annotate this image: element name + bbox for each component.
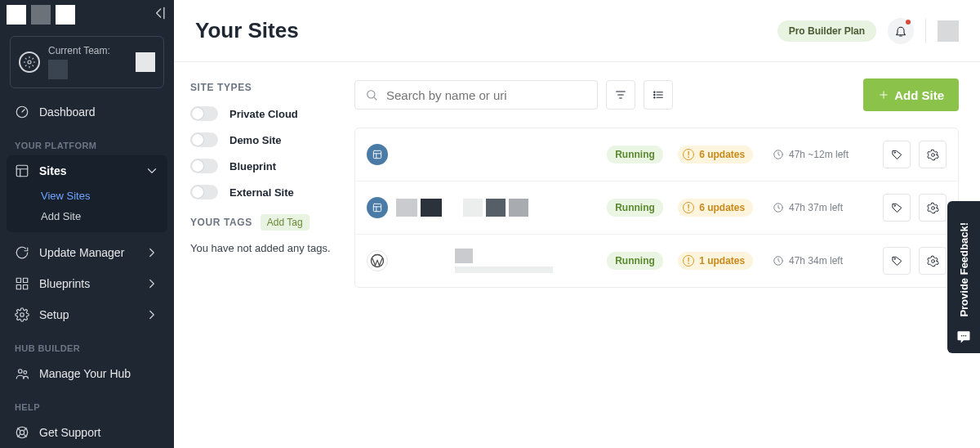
filter-button[interactable] [606, 80, 635, 110]
updates-badge[interactable]: !6 updates [678, 199, 753, 217]
feedback-label: Provide Feedback! [958, 222, 970, 317]
site-type-icon [367, 250, 388, 271]
svg-rect-20 [373, 204, 381, 211]
settings-button[interactable] [919, 141, 947, 168]
clock-icon [773, 202, 784, 213]
sidebar-item-manage-hub[interactable]: Manage Your Hub [0, 358, 174, 389]
sidebar-item-blueprints[interactable]: Blueprints [0, 268, 174, 299]
sidebar-sub-view-sites[interactable]: View Sites [7, 185, 167, 205]
team-switcher[interactable]: Current Team: [10, 36, 164, 88]
site-row[interactable]: Running !6 updates 47h ~12m left [355, 128, 958, 181]
svg-point-13 [654, 92, 655, 92]
bell-icon [894, 25, 907, 38]
site-row[interactable]: Running !6 updates 47h 37m left [355, 181, 958, 235]
updates-badge[interactable]: !1 updates [678, 252, 753, 270]
team-label: Current Team: [48, 45, 110, 56]
site-row[interactable]: Running !1 updates 47h 34m left [355, 235, 958, 287]
filter-icon [614, 88, 627, 101]
main-area: Your Sites Pro Builder Plan SITE TYPES P… [174, 0, 980, 448]
svg-rect-5 [16, 285, 20, 289]
chat-icon [956, 329, 972, 345]
user-avatar[interactable] [938, 20, 959, 42]
sidebar-item-dashboard[interactable]: Dashboard [0, 96, 174, 128]
sidebar-heading-help: HELP [0, 389, 174, 417]
status-badge: Running [607, 199, 663, 217]
status-badge: Running [607, 252, 663, 270]
svg-point-15 [654, 97, 655, 98]
sites-list: Running !6 updates 47h ~12m left [354, 128, 959, 288]
site-type-icon [367, 197, 388, 218]
tag-button[interactable] [883, 141, 911, 168]
notification-dot [906, 20, 911, 25]
site-type-icon [367, 144, 388, 165]
sidebar-sub-add-site[interactable]: Add Site [7, 205, 167, 226]
svg-rect-3 [16, 278, 20, 282]
site-types-heading: SITE TYPES [190, 82, 341, 93]
gear-icon [927, 202, 939, 214]
add-site-button[interactable]: Add Site [863, 78, 959, 111]
sidebar-item-label: Update Manager [39, 246, 124, 259]
empty-tags-message: You have not added any tags. [190, 242, 341, 254]
sidebar: Current Team: Dashboard YOUR PLATFORM Si… [0, 0, 174, 448]
svg-point-7 [20, 313, 24, 317]
sidebar-item-setup[interactable]: Setup [0, 299, 174, 330]
svg-point-11 [20, 430, 24, 434]
collapse-sidebar-button[interactable] [151, 5, 167, 21]
chevron-right-icon [145, 307, 159, 322]
sidebar-item-label: Get Support [39, 426, 101, 439]
sidebar-item-label: Blueprints [39, 277, 90, 290]
backup-time: 47h 37m left [773, 202, 875, 213]
sidebar-heading-platform: YOUR PLATFORM [0, 128, 174, 155]
svg-rect-4 [24, 278, 28, 282]
clock-icon [773, 149, 784, 160]
sidebar-item-label: Dashboard [39, 105, 96, 119]
plan-badge[interactable]: Pro Builder Plan [777, 20, 876, 42]
settings-button[interactable] [919, 194, 947, 222]
toggle-blueprint[interactable] [190, 159, 218, 173]
svg-point-22 [894, 205, 895, 206]
sidebar-heading-hub: HUB BUILDER [0, 330, 174, 358]
svg-point-14 [654, 94, 655, 95]
svg-point-0 [28, 60, 31, 64]
add-tag-button[interactable]: Add Tag [261, 214, 310, 231]
tag-button[interactable] [883, 247, 911, 275]
toggle-label: Private Cloud [229, 108, 298, 120]
view-list-button[interactable] [644, 80, 673, 110]
svg-rect-2 [16, 165, 28, 177]
toggle-label: Demo Site [229, 134, 282, 146]
search-icon [365, 88, 378, 101]
sidebar-item-label: Manage Your Hub [39, 367, 131, 380]
toggle-private-cloud[interactable] [190, 106, 218, 121]
backup-time: 47h ~12m left [773, 149, 875, 160]
svg-rect-6 [24, 285, 28, 289]
alert-icon: ! [683, 149, 694, 160]
sidebar-item-get-support[interactable]: Get Support [0, 417, 174, 448]
brand-logo [7, 5, 75, 25]
tag-icon [891, 149, 903, 161]
tag-icon [891, 255, 903, 267]
clock-icon [773, 255, 784, 267]
search-input[interactable] [386, 88, 587, 102]
tag-button[interactable] [883, 194, 911, 222]
toggle-label: Blueprint [229, 160, 276, 172]
your-tags-heading: YOUR TAGS [190, 217, 252, 228]
sidebar-item-sites[interactable]: Sites [7, 155, 167, 185]
backup-time: 47h 34m left [773, 255, 875, 267]
filter-panel: SITE TYPES Private Cloud Demo Site Bluep… [174, 62, 354, 448]
updates-badge[interactable]: !6 updates [678, 146, 753, 164]
toggle-demo-site[interactable] [190, 132, 218, 147]
svg-point-23 [931, 206, 934, 209]
settings-button[interactable] [919, 247, 947, 275]
plus-icon [878, 89, 889, 101]
feedback-tab[interactable]: Provide Feedback! [947, 201, 980, 353]
tag-icon [891, 202, 903, 214]
topbar: Your Sites Pro Builder Plan [174, 0, 980, 62]
search-box[interactable] [354, 80, 598, 110]
add-site-label: Add Site [894, 88, 944, 102]
notifications-button[interactable] [888, 18, 914, 44]
divider [925, 19, 926, 43]
toggle-external-site[interactable] [190, 185, 218, 199]
svg-point-18 [894, 152, 895, 153]
svg-point-29 [963, 335, 964, 337]
sidebar-item-update-manager[interactable]: Update Manager [0, 237, 174, 268]
